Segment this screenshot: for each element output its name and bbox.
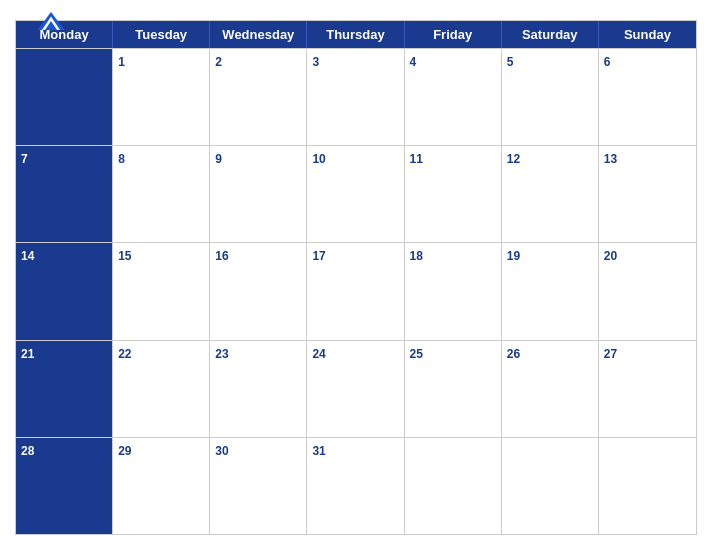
day-cell-19: 19: [502, 243, 599, 339]
day-cell-23: 23: [210, 341, 307, 437]
day-cell-13: 13: [599, 146, 696, 242]
day-cell-29: 29: [113, 438, 210, 534]
day-number: 24: [312, 347, 325, 361]
week-row-4: 21222324252627: [16, 340, 696, 437]
day-number: 19: [507, 249, 520, 263]
day-header-tuesday: Tuesday: [113, 21, 210, 48]
day-number: 7: [21, 152, 28, 166]
day-cell-18: 18: [405, 243, 502, 339]
day-cell-5: 5: [502, 49, 599, 145]
day-number: 13: [604, 152, 617, 166]
day-number: 9: [215, 152, 222, 166]
day-cell-15: 15: [113, 243, 210, 339]
day-number: 10: [312, 152, 325, 166]
day-number: 28: [21, 444, 34, 458]
week-row-2: 78910111213: [16, 145, 696, 242]
calendar-grid: MondayTuesdayWednesdayThursdayFridaySatu…: [15, 20, 697, 535]
day-number: 22: [118, 347, 131, 361]
day-number: 25: [410, 347, 423, 361]
day-number: 15: [118, 249, 131, 263]
day-cell-17: 17: [307, 243, 404, 339]
day-number: 21: [21, 347, 34, 361]
calendar-weeks: 1234567891011121314151617181920212223242…: [16, 48, 696, 534]
day-number: 30: [215, 444, 228, 458]
day-number: 6: [604, 55, 611, 69]
day-cell-11: 11: [405, 146, 502, 242]
day-cell-2: 2: [210, 49, 307, 145]
day-cell-24: 24: [307, 341, 404, 437]
day-cell-25: 25: [405, 341, 502, 437]
day-number: 29: [118, 444, 131, 458]
day-cell-22: 22: [113, 341, 210, 437]
day-header-saturday: Saturday: [502, 21, 599, 48]
day-cell-16: 16: [210, 243, 307, 339]
day-cell-1: 1: [113, 49, 210, 145]
week-row-1: 123456: [16, 48, 696, 145]
day-number: 1: [118, 55, 125, 69]
day-cell-9: 9: [210, 146, 307, 242]
logo-icon: [36, 10, 66, 32]
day-cell-3: 3: [307, 49, 404, 145]
day-headers-row: MondayTuesdayWednesdayThursdayFridaySatu…: [16, 21, 696, 48]
day-cell-20: 20: [599, 243, 696, 339]
day-number: 11: [410, 152, 423, 166]
day-cell-14: 14: [16, 243, 113, 339]
day-header-friday: Friday: [405, 21, 502, 48]
day-cell-21: 21: [16, 341, 113, 437]
day-number: 3: [312, 55, 319, 69]
day-number: 17: [312, 249, 325, 263]
day-cell-28: 28: [16, 438, 113, 534]
week-row-5: 28293031: [16, 437, 696, 534]
day-cell-empty-5: [502, 438, 599, 534]
generalblue-logo: [15, 10, 87, 34]
day-cell-10: 10: [307, 146, 404, 242]
day-cell-31: 31: [307, 438, 404, 534]
day-cell-26: 26: [502, 341, 599, 437]
day-cell-30: 30: [210, 438, 307, 534]
day-number: 4: [410, 55, 417, 69]
day-number: 8: [118, 152, 125, 166]
day-cell-4: 4: [405, 49, 502, 145]
day-cell-empty-4: [405, 438, 502, 534]
week-row-3: 14151617181920: [16, 242, 696, 339]
day-number: 23: [215, 347, 228, 361]
day-number: 26: [507, 347, 520, 361]
day-number: 31: [312, 444, 325, 458]
calendar-header: [15, 10, 697, 14]
calendar-page: MondayTuesdayWednesdayThursdayFridaySatu…: [0, 0, 712, 550]
day-cell-empty-0: [16, 49, 113, 145]
day-cell-8: 8: [113, 146, 210, 242]
day-number: 2: [215, 55, 222, 69]
day-header-thursday: Thursday: [307, 21, 404, 48]
day-number: 12: [507, 152, 520, 166]
day-header-sunday: Sunday: [599, 21, 696, 48]
day-number: 18: [410, 249, 423, 263]
day-cell-empty-6: [599, 438, 696, 534]
day-number: 16: [215, 249, 228, 263]
day-cell-12: 12: [502, 146, 599, 242]
day-header-wednesday: Wednesday: [210, 21, 307, 48]
day-number: 20: [604, 249, 617, 263]
day-number: 5: [507, 55, 514, 69]
day-cell-6: 6: [599, 49, 696, 145]
day-number: 27: [604, 347, 617, 361]
day-number: 14: [21, 249, 34, 263]
day-cell-7: 7: [16, 146, 113, 242]
day-cell-27: 27: [599, 341, 696, 437]
